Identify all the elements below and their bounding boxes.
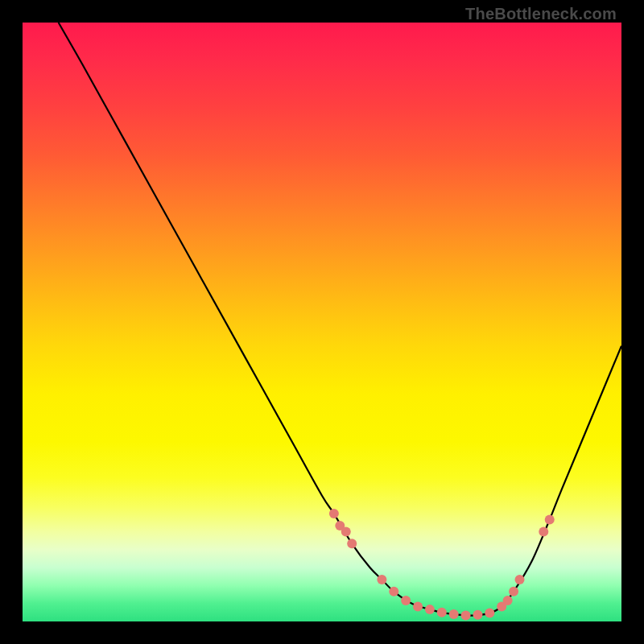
data-point <box>347 539 357 548</box>
data-point <box>485 609 494 618</box>
data-point <box>461 611 471 621</box>
data-point <box>509 587 518 597</box>
chart-container: TheBottleneck.com <box>0 0 644 644</box>
data-point <box>341 526 351 536</box>
data-point <box>413 601 423 611</box>
watermark-text: TheBottleneck.com <box>465 5 617 23</box>
data-point <box>545 515 555 525</box>
data-point <box>437 608 447 617</box>
data-point <box>377 575 386 584</box>
data-point <box>425 605 435 614</box>
data-points <box>329 509 555 620</box>
data-point <box>473 610 482 620</box>
data-point <box>503 596 513 605</box>
data-point <box>389 587 398 597</box>
plot-area <box>23 23 621 621</box>
data-point <box>329 509 339 518</box>
chart-svg <box>23 23 621 621</box>
data-point <box>515 575 525 584</box>
data-point <box>401 596 411 605</box>
data-point <box>449 609 459 619</box>
data-point <box>539 526 548 536</box>
